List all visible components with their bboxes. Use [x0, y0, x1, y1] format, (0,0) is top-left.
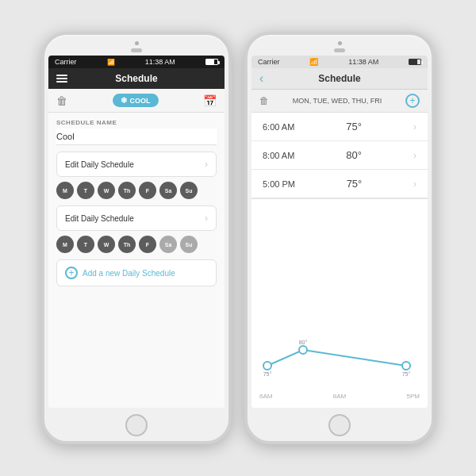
svg-point-0	[263, 362, 271, 370]
chart-label-6am: 6AM	[259, 393, 272, 400]
nav-bar-1: Schedule	[48, 68, 225, 89]
add-schedule-button[interactable]: + Add a new Daily Schedule	[56, 259, 217, 286]
svg-point-2	[402, 362, 410, 370]
chevron-1: ›	[413, 150, 416, 161]
hamburger-menu[interactable]	[56, 75, 67, 83]
snowflake-icon: ❄	[121, 96, 127, 105]
time-label-2: 5:00 PM	[263, 179, 295, 189]
time-item-1[interactable]: 8:00 AM 80° ›	[251, 141, 428, 170]
phone-1-screen: Carrier 📶 11:38 AM Schedule 🗑 ❄ COOL 📅	[48, 56, 225, 408]
day-M-1[interactable]: M	[56, 182, 74, 199]
temp-chart: 75° 80° 75°	[259, 334, 420, 390]
wifi-icon-2: 📶	[309, 58, 318, 66]
day-Th-2[interactable]: Th	[118, 236, 136, 253]
svg-text:75°: 75°	[402, 371, 411, 377]
nav-title-2: Schedule	[318, 73, 360, 84]
carrier-1: Carrier	[55, 58, 77, 66]
camera-1	[135, 41, 139, 45]
time-2: 11:38 AM	[348, 58, 378, 66]
day-F-2[interactable]: F	[139, 236, 156, 253]
camera-2	[338, 41, 342, 45]
time-label-0: 6:00 AM	[263, 122, 294, 132]
time-list: 6:00 AM 75° › 8:00 AM 80° › 5:00 PM 75° …	[251, 113, 428, 198]
speaker-1	[131, 48, 142, 52]
day-W-2[interactable]: W	[98, 236, 115, 253]
schedule-list-header: 🗑 MON, TUE, WED, THU, FRI +	[251, 90, 428, 113]
day-Sa-2[interactable]: Sa	[159, 236, 177, 253]
day-M-2[interactable]: M	[56, 236, 74, 253]
battery-icon-2	[409, 59, 421, 65]
phone-bottom-2	[248, 408, 432, 441]
phone-top-1	[44, 35, 228, 56]
home-button-1[interactable]	[125, 414, 148, 436]
header-days: MON, TUE, WED, THU, FRI	[293, 97, 382, 105]
day-W-1[interactable]: W	[98, 182, 115, 199]
temp-label-0: 75°	[346, 121, 362, 132]
add-icon: +	[65, 267, 78, 279]
home-button-2[interactable]	[328, 414, 351, 436]
temp-label-1: 80°	[346, 149, 362, 161]
edit-schedule-row-2[interactable]: Edit Daily Schedule ›	[56, 205, 217, 231]
chevron-right-icon-2: ›	[205, 213, 208, 224]
chart-labels: 6AM 8AM 5PM	[259, 393, 420, 400]
nav-bar-2: ‹ Schedule	[251, 68, 428, 90]
calendar-icon[interactable]: 📅	[203, 94, 217, 107]
day-T-1[interactable]: T	[77, 182, 94, 199]
temp-label-2: 75°	[347, 178, 363, 190]
edit-schedule-row-1[interactable]: Edit Daily Schedule ›	[56, 152, 217, 177]
speaker-2	[334, 48, 345, 52]
trash-icon-1[interactable]: 🗑	[56, 94, 67, 107]
time-label-1: 8:00 AM	[263, 151, 294, 160]
phone-2: Carrier 📶 11:38 AM ‹ Schedule 🗑 MON, TUE…	[244, 32, 435, 444]
chevron-2: ›	[413, 178, 416, 190]
days-row-2: M T W Th F Sa Su	[56, 236, 217, 253]
chart-label-8am: 8AM	[333, 393, 346, 400]
cool-label: COOL	[130, 97, 151, 105]
schedule-row-1-label: Edit Daily Schedule	[65, 160, 134, 169]
day-T-2[interactable]: T	[77, 236, 94, 253]
phone-2-screen: Carrier 📶 11:38 AM ‹ Schedule 🗑 MON, TUE…	[251, 56, 428, 408]
chart-label-5pm: 5PM	[407, 393, 420, 400]
day-Sa-1[interactable]: Sa	[159, 182, 177, 199]
phone-1: Carrier 📶 11:38 AM Schedule 🗑 ❄ COOL 📅	[41, 32, 232, 444]
chevron-0: ›	[413, 121, 416, 132]
time-item-0[interactable]: 6:00 AM 75° ›	[251, 113, 428, 141]
tab-bar-1: 🗑 ❄ COOL 📅	[48, 89, 225, 113]
nav-title-1: Schedule	[115, 73, 157, 84]
schedule-name-label: SCHEDULE NAME	[56, 119, 217, 126]
back-arrow[interactable]: ‹	[259, 71, 263, 86]
phone1-content: SCHEDULE NAME Cool Edit Daily Schedule ›…	[48, 113, 225, 408]
svg-text:75°: 75°	[263, 371, 272, 377]
phone-bottom-1	[44, 408, 228, 441]
wifi-icon-1: 📶	[107, 59, 115, 66]
add-schedule-label: Add a new Daily Schedule	[83, 269, 175, 278]
day-Su-2[interactable]: Su	[180, 236, 198, 253]
phones-container: Carrier 📶 11:38 AM Schedule 🗑 ❄ COOL 📅	[41, 32, 435, 444]
schedule-row-2-label: Edit Daily Schedule	[65, 214, 134, 223]
days-row-1: M T W Th F Sa Su	[56, 182, 217, 199]
add-time-button[interactable]: +	[405, 94, 420, 108]
day-Th-1[interactable]: Th	[118, 182, 136, 199]
status-bar-1: Carrier 📶 11:38 AM	[48, 56, 225, 68]
chart-area: 75° 80° 75° 6AM 8AM 5PM	[251, 198, 428, 408]
svg-point-1	[299, 346, 307, 354]
status-bar-2: Carrier 📶 11:38 AM	[251, 56, 428, 68]
time-1: 11:38 AM	[145, 58, 175, 66]
tab-cool[interactable]: ❄ COOL	[113, 94, 159, 107]
day-Su-1[interactable]: Su	[180, 182, 198, 199]
schedule-name-input[interactable]: Cool	[56, 129, 217, 145]
carrier-2: Carrier	[258, 58, 280, 66]
battery-icon-1	[205, 59, 218, 65]
chevron-right-icon-1: ›	[205, 159, 208, 170]
svg-text:80°: 80°	[299, 340, 308, 345]
day-F-1[interactable]: F	[139, 182, 156, 199]
phone-top-2	[248, 35, 432, 56]
trash-icon-2[interactable]: 🗑	[259, 95, 269, 106]
time-item-2[interactable]: 5:00 PM 75° ›	[251, 170, 428, 198]
